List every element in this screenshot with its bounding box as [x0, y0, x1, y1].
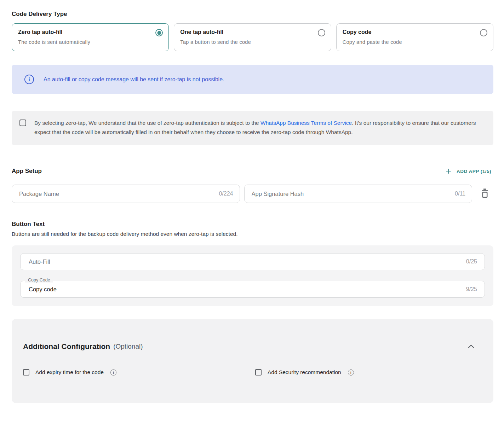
info-banner-text: An auto-fill or copy code message will b… [44, 76, 224, 83]
expiry-time-checkbox[interactable] [23, 369, 29, 375]
additional-configuration-panel: Additional Configuration (Optional) Add … [12, 319, 493, 403]
button-text-panel: 0/25 Copy Code 9/25 [12, 245, 493, 306]
app-setup-heading: App Setup [12, 168, 42, 175]
delivery-option-subtitle: The code is sent automatically [18, 39, 162, 45]
code-delivery-type-heading: Code Delivery Type [12, 11, 493, 18]
radio-button-icon[interactable] [318, 29, 325, 36]
terms-text-before: By selecting zero-tap, We understand tha… [34, 120, 260, 126]
trash-icon [481, 188, 489, 199]
package-name-input[interactable] [18, 190, 215, 198]
copy-code-input[interactable] [28, 286, 463, 293]
terms-of-service-link[interactable]: WhatsApp Business Terms of Service [260, 120, 352, 126]
collapse-section-button[interactable] [466, 343, 476, 351]
add-app-button[interactable]: + ADD APP (1/5) [443, 167, 493, 175]
button-text-subtitle: Buttons are still needed for the backup … [12, 231, 493, 237]
add-app-label: ADD APP (1/5) [457, 169, 491, 174]
info-icon[interactable]: i [110, 369, 116, 375]
delivery-option-one-tap[interactable]: One tap auto-fill Tap a button to send t… [174, 23, 331, 51]
delivery-option-title: Copy code [343, 29, 487, 35]
package-name-field[interactable]: 0/224 [12, 185, 240, 203]
button-text-heading: Button Text [12, 221, 493, 228]
copy-code-field-label: Copy Code [25, 278, 53, 283]
security-recommendation-option: Add Security recommendation i [255, 369, 354, 375]
terms-checkbox[interactable] [19, 120, 26, 126]
info-banner: i An auto-fill or copy code message will… [12, 65, 493, 94]
char-counter: 0/11 [455, 191, 465, 197]
optional-label: (Optional) [113, 343, 143, 350]
template-config-page: Code Delivery Type Zero tap auto-fill Th… [0, 0, 504, 403]
delivery-option-copy-code[interactable]: Copy code Copy and paste the code [336, 23, 493, 51]
plus-icon: + [446, 168, 451, 175]
radio-button-icon[interactable] [480, 29, 487, 36]
additional-configuration-title: Additional Configuration [23, 342, 110, 351]
app-signature-hash-input[interactable] [251, 190, 452, 198]
delivery-option-title: Zero tap auto-fill [18, 29, 162, 35]
additional-configuration-header: Additional Configuration (Optional) [23, 342, 476, 351]
security-recommendation-label: Add Security recommendation [268, 369, 341, 375]
additional-configuration-options: Add expiry time for the code i Add Secur… [23, 369, 476, 375]
expiry-time-label: Add expiry time for the code [35, 369, 104, 375]
terms-panel: By selecting zero-tap, We understand tha… [12, 111, 493, 145]
terms-text: By selecting zero-tap, We understand tha… [34, 118, 483, 137]
autofill-button-input[interactable] [28, 258, 463, 266]
app-setup-fields: 0/224 0/11 [12, 185, 493, 203]
delivery-option-title: One tap auto-fill [180, 29, 324, 35]
char-counter: 0/224 [219, 191, 233, 197]
info-icon[interactable]: i [348, 369, 354, 375]
delete-app-button[interactable] [476, 188, 493, 199]
delivery-option-subtitle: Tap a button to send the code [180, 39, 324, 45]
expiry-time-option: Add expiry time for the code i [23, 369, 255, 375]
autofill-button-field[interactable]: 0/25 [20, 253, 485, 270]
delivery-option-subtitle: Copy and paste the code [343, 39, 487, 45]
copy-code-field[interactable]: 9/25 [20, 281, 485, 298]
delivery-option-zero-tap[interactable]: Zero tap auto-fill The code is sent auto… [12, 23, 169, 51]
chevron-up-icon [468, 344, 474, 349]
app-signature-hash-field[interactable]: 0/11 [244, 185, 472, 203]
copy-code-field-group: Copy Code 9/25 [20, 281, 485, 298]
info-icon: i [24, 75, 34, 84]
char-counter: 9/25 [466, 286, 477, 292]
app-setup-header: App Setup + ADD APP (1/5) [12, 167, 493, 175]
char-counter: 0/25 [466, 258, 477, 265]
security-recommendation-checkbox[interactable] [255, 369, 262, 375]
delivery-options-group: Zero tap auto-fill The code is sent auto… [12, 23, 493, 51]
